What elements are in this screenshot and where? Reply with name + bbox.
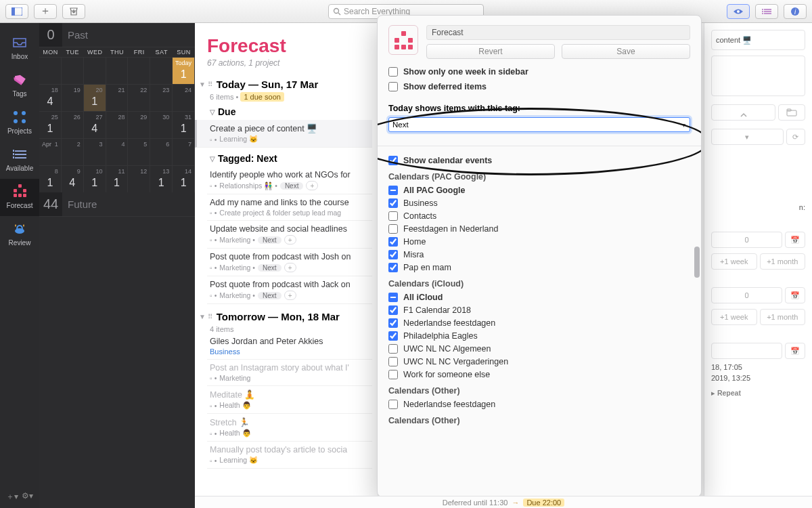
task-row[interactable]: Identify people who work at NGOs for ▫ •… [207,167,372,194]
today-header[interactable]: ▼ ⠿ Today — Sun, 17 Mar [199,79,372,90]
defer-1m[interactable]: +1 month [760,253,806,270]
save-button[interactable]: Save [562,44,690,59]
cal-day[interactable]: 251 [39,111,62,138]
calendar-item[interactable]: Philadelphia Eagles [388,331,690,341]
show-deferred-checkbox[interactable]: Show deferred items [388,82,690,91]
scrollbar-thumb[interactable] [694,247,700,278]
task-row[interactable]: Stretch 🏃 ▫ •Health 👨 [207,414,372,442]
task-row[interactable]: Create a piece of content 🖥️ ▫ •Learning… [195,120,372,148]
due-1m[interactable]: +1 month [760,309,806,325]
repeat-row[interactable]: ▸ Repeat [711,389,805,397]
task-row[interactable]: Meditate 🧘 ▫ •Health 👨 [207,386,372,414]
cal-day[interactable] [150,57,173,84]
refresh-button[interactable]: ⟳ [786,129,805,145]
add-perspective-button[interactable]: ＋▾ [6,491,18,503]
calendar-item[interactable]: Feestdagen in Nederland [388,224,690,234]
calendar-item[interactable]: Home [388,237,690,247]
cal-grid[interactable]: Today1184192012122232425126274282930311A… [39,57,195,192]
due-1w[interactable]: +1 week [711,309,757,325]
due-0[interactable]: 0 [711,287,782,303]
archive-button[interactable] [62,4,85,19]
add-tag-button[interactable]: + [306,181,318,190]
cal-all-icloud[interactable]: All iCloud [388,293,690,302]
task-row[interactable]: Update website and social headlines ▫ •M… [207,221,372,249]
cal-day[interactable]: 184 [39,84,62,111]
cal-day[interactable]: 141 [173,165,195,192]
cal-day[interactable]: 7 [173,138,195,165]
inspector-notes[interactable] [711,56,805,96]
cal-day[interactable]: 12 [128,165,150,192]
settings-button[interactable]: ⚙︎▾ [22,491,33,503]
flag-button[interactable] [711,104,775,121]
cal-day[interactable]: 311 [173,111,195,138]
nav-tags[interactable]: Tags [0,67,39,104]
calendar-item[interactable]: Misra [388,250,690,259]
cal-day[interactable]: 28 [106,111,129,138]
cal-all-pac[interactable]: All PAC Google [388,186,690,195]
calendar-item[interactable]: Contacts [388,211,690,221]
tag-pill[interactable]: Next [280,182,304,190]
cal-icon[interactable]: 📅 [785,287,805,303]
tag-pill[interactable]: Next [258,236,281,244]
cal-day[interactable]: 111 [106,165,129,192]
calendar-item[interactable]: UWC NL NC Vergaderingen [388,357,690,366]
defer-0[interactable]: 0 [711,232,782,248]
cal-day[interactable]: 21 [106,84,129,111]
calendar-item[interactable]: Pap en mam [388,263,690,272]
cal-icon[interactable]: 📅 [785,343,805,359]
cal-day[interactable]: 101 [84,165,106,192]
sidebar-toggle-button[interactable] [5,4,28,19]
add-tag-button[interactable]: + [284,235,296,245]
cal-day[interactable]: Apr1 [39,138,62,165]
task-row[interactable]: Post an Instagram story about what I' ▫ … [207,360,372,386]
cal-day[interactable]: 2 [62,138,84,165]
calendar-item[interactable]: F1 Calendar 2018 [388,305,690,315]
nav-available[interactable]: Available [0,142,39,179]
calendar-item[interactable]: Nederlandse feestdagen [388,400,690,409]
show-calendar-events-checkbox[interactable]: Show calendar events [388,156,690,165]
cal-day[interactable]: 4 [106,138,129,165]
task-row[interactable]: Giles Jordan and Peter Akkies Business [207,333,372,360]
cal-day[interactable]: 81 [39,165,62,192]
calendar-item[interactable]: UWC NL NC Algemeen [388,344,690,354]
cal-day[interactable] [128,57,150,84]
perspective-name-field[interactable] [426,25,690,40]
view-list-button[interactable] [755,4,778,19]
cal-day[interactable]: 274 [84,111,106,138]
calendar-item[interactable]: Business [388,198,690,208]
today-tag-select[interactable]: Next [388,117,690,132]
tagged-header[interactable]: ▽Tagged: Next [210,153,372,164]
cal-day[interactable]: 94 [62,165,84,192]
view-eye-button[interactable] [727,4,750,19]
tag-field[interactable]: ▾ [711,129,784,145]
nav-forecast[interactable]: Forecast [0,179,39,216]
add-button[interactable]: ＋ [34,4,57,19]
cal-day[interactable]: 6 [150,138,173,165]
cal-future-row[interactable]: 44 Future [39,192,195,217]
cal-day[interactable]: 201 [84,84,106,111]
show-one-week-checkbox[interactable]: Show only one week in sidebar [388,67,690,77]
revert-button[interactable]: Revert [426,44,555,59]
tomorrow-header[interactable]: ▼ ⠿ Tomorrow — Mon, 18 Mar [199,311,372,322]
cal-day[interactable]: 24 [173,84,195,111]
info-button[interactable]: i [784,4,807,19]
cal-day[interactable] [84,57,106,84]
cal-day[interactable]: 131 [150,165,173,192]
cal-day[interactable] [106,57,129,84]
cal-day[interactable]: 30 [150,111,173,138]
tag-pill[interactable]: Next [258,264,281,272]
defer-1w[interactable]: +1 week [711,253,757,270]
due-header[interactable]: ▽Due [210,106,372,117]
cal-day[interactable]: Today1 [173,57,195,84]
task-row[interactable]: Manually post today's article to socia ▫… [207,442,372,469]
add-tag-button[interactable]: + [284,291,296,300]
add-tag-button[interactable]: + [284,263,296,272]
task-row[interactable]: Post quote from podcast with Jack on ▫ •… [207,276,372,304]
cal-day[interactable]: 29 [128,111,150,138]
cal-day[interactable]: 26 [62,111,84,138]
inspector-title-field[interactable]: content 🖥️ [711,30,805,50]
folder-button[interactable] [778,104,805,121]
nav-inbox[interactable]: Inbox [0,30,39,67]
cal-day[interactable] [39,57,62,84]
cal-day[interactable]: 19 [62,84,84,111]
